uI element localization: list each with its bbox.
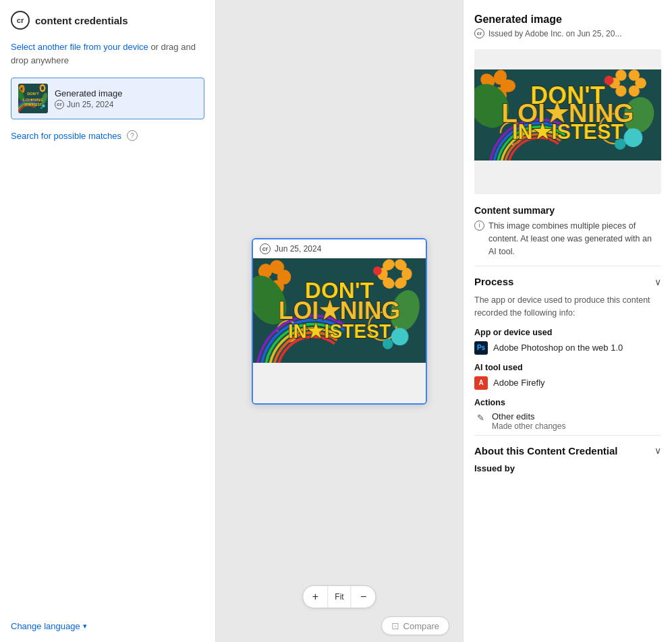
thumbnail-canvas: [18, 84, 48, 113]
logo-area: cr content credentials: [11, 11, 204, 30]
process-section: Process ∨ The app or device used to prod…: [474, 266, 661, 435]
panel-issued-text: Issued by Adobe Inc. on Jun 25, 20...: [488, 29, 621, 38]
image-date-row: cr Jun 25, 2024: [55, 100, 122, 109]
about-title: About this Content Credential: [474, 445, 618, 457]
zoom-fit-button[interactable]: Fit: [327, 586, 351, 608]
main-canvas-area: cr Jun 25, 2024 + Fit − ⊡ Compare: [216, 0, 463, 642]
actions-sub: Made other changes: [492, 421, 565, 431]
image-card-bottom: [253, 363, 426, 403]
cr-badge-main: cr: [260, 243, 271, 254]
about-header[interactable]: About this Content Credential ∨: [474, 445, 661, 457]
app-name: Adobe Photoshop on the web 1.0: [493, 343, 623, 353]
logo-text: content credentials: [35, 15, 128, 26]
image-info: Generated image cr Jun 25, 2024: [55, 88, 122, 109]
cr-badge-small: cr: [55, 100, 64, 109]
preview-canvas: [474, 69, 661, 160]
zoom-in-button[interactable]: +: [303, 586, 327, 608]
image-card-badge: cr Jun 25, 2024: [253, 239, 426, 258]
process-desc: The app or device used to produce this c…: [474, 294, 661, 320]
sidebar: cr content credentials Select another fi…: [0, 0, 216, 642]
process-title: Process: [474, 276, 513, 287]
photoshop-icon: Ps: [474, 341, 488, 355]
image-card: cr Jun 25, 2024: [252, 238, 427, 405]
file-select-text: Select another file from your device or …: [11, 40, 204, 67]
app-item: Ps Adobe Photoshop on the web 1.0: [474, 341, 661, 355]
zoom-controls: + Fit −: [302, 585, 376, 608]
actions-item: ✎ Other edits Made other changes: [474, 411, 661, 431]
image-preview-panel: [474, 49, 661, 194]
compare-button[interactable]: ⊡ Compare: [381, 616, 449, 635]
app-label: App or device used: [474, 328, 661, 337]
canvas-container: cr Jun 25, 2024: [252, 238, 427, 405]
ai-item: A Adobe Firefly: [474, 376, 661, 390]
panel-title: Generated image: [474, 13, 661, 26]
content-summary-section: Content summary i This image combines mu…: [474, 205, 661, 258]
actions-text-block: Other edits Made other changes: [492, 411, 565, 431]
logo-icon: cr: [11, 11, 30, 30]
search-matches-row: Search for possible matches ?: [11, 130, 204, 141]
summary-row: i This image combines multiple pieces of…: [474, 220, 661, 258]
actions-title: Other edits: [492, 411, 565, 421]
about-section: About this Content Credential ∨ Issued b…: [474, 435, 661, 476]
card-date: Jun 25, 2024: [275, 244, 321, 254]
summary-text: This image combines multiple pieces of c…: [488, 220, 661, 258]
preview-bottom: [474, 160, 661, 194]
image-date: Jun 25, 2024: [67, 100, 113, 109]
help-icon[interactable]: ?: [127, 130, 138, 141]
main-canvas: [253, 258, 426, 363]
process-header[interactable]: Process ∨: [474, 276, 661, 287]
panel-issued-row: cr Issued by Adobe Inc. on Jun 25, 20...: [474, 28, 661, 38]
image-list-item[interactable]: Generated image cr Jun 25, 2024: [11, 78, 204, 119]
image-title: Generated image: [55, 88, 122, 98]
image-thumbnail: [18, 84, 48, 113]
ai-name: Adobe Firefly: [493, 378, 545, 388]
preview-top: [474, 49, 661, 69]
chevron-down-icon: ▾: [83, 622, 87, 631]
process-chevron-icon: ∨: [654, 276, 661, 287]
issued-by-label: Issued by: [474, 463, 661, 473]
sidebar-bottom: Change language ▾: [11, 610, 204, 631]
file-select-link[interactable]: Select another file from your device: [11, 42, 148, 52]
cr-badge-panel: cr: [474, 28, 484, 38]
actions-label: Actions: [474, 398, 661, 407]
content-summary-title: Content summary: [474, 205, 661, 216]
info-icon: i: [474, 221, 484, 231]
change-language-link[interactable]: Change language ▾: [11, 621, 204, 631]
right-panel: Generated image cr Issued by Adobe Inc. …: [463, 0, 672, 642]
ai-label: AI tool used: [474, 363, 661, 372]
main-image-area: [253, 258, 426, 363]
zoom-out-button[interactable]: −: [352, 586, 376, 608]
about-chevron-icon: ∨: [654, 445, 661, 456]
firefly-icon: A: [474, 376, 488, 390]
edit-icon: ✎: [474, 412, 486, 424]
compare-icon: ⊡: [391, 620, 399, 631]
search-matches-link[interactable]: Search for possible matches: [11, 131, 121, 141]
